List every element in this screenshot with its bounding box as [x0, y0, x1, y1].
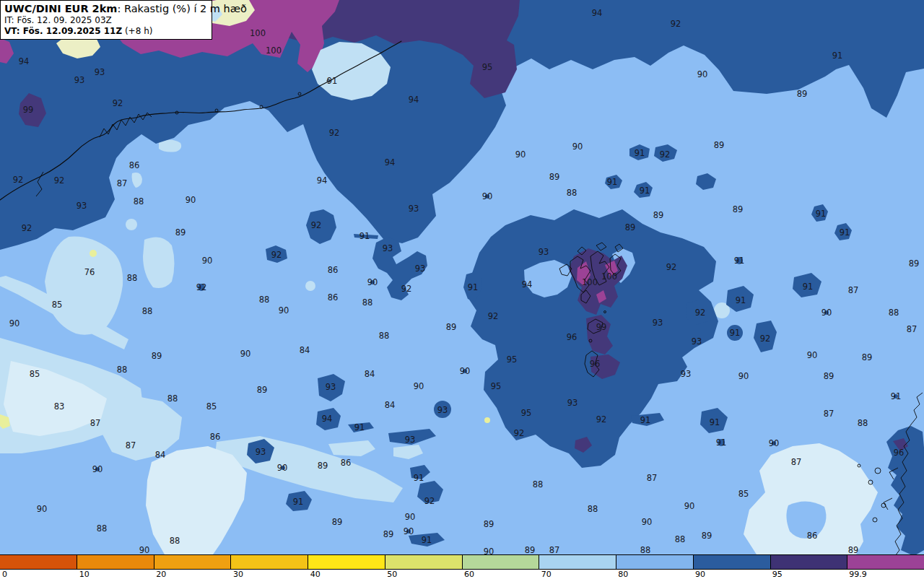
- humidity-value-label: 95: [521, 408, 532, 418]
- humidity-value-label: 92: [671, 19, 681, 29]
- humidity-value-label: 92: [113, 98, 123, 108]
- humidity-value-label: 86: [328, 292, 339, 302]
- colorbar-tick: 80: [618, 570, 628, 579]
- humidity-value-label: 91: [414, 473, 424, 483]
- humidity-value-label: 94: [322, 414, 333, 424]
- humidity-value-label: 90: [414, 381, 424, 391]
- humidity-value-label: 84: [385, 400, 396, 410]
- humidity-value-label: 90: [279, 305, 289, 315]
- humidity-value-label: 88: [134, 196, 144, 206]
- colorbar-segment-20-30: [154, 555, 232, 569]
- humidity-value-label: 93: [567, 398, 578, 408]
- humidity-value-label: 91: [293, 497, 304, 507]
- humidity-value-label: 96: [894, 448, 905, 458]
- humidity-value-label: 88: [142, 306, 153, 316]
- colorbar-tick: 40: [310, 570, 321, 579]
- humidity-value-label: 91: [716, 437, 727, 448]
- humidity-value-label: 94: [385, 157, 396, 167]
- humidity-value-label: 87: [791, 457, 802, 467]
- humidity-value-label: 86: [129, 160, 140, 170]
- humidity-value-label: 89: [446, 322, 457, 332]
- humidity-value-label: 89: [549, 172, 560, 182]
- humidity-value-label: 89: [824, 371, 834, 381]
- humidity-value-label: 96: [567, 332, 578, 342]
- colorbar-segment-30-40: [231, 555, 308, 569]
- humidity-value-label: 93: [692, 336, 702, 347]
- humidity-value-label: 89: [909, 258, 920, 269]
- humidity-value-label: 91: [607, 177, 618, 187]
- humidity-value-label: 90: [821, 308, 832, 318]
- humidity-value-label: 90: [277, 463, 288, 473]
- humidity-value-label: 87: [549, 545, 560, 555]
- humidity-value-label: 91: [734, 256, 745, 266]
- colorbar-segment-60-70: [463, 555, 540, 569]
- colorbar-segment-0-10: [0, 555, 77, 569]
- humidity-value-label: 91: [832, 51, 843, 61]
- humidity-value-label: 89: [525, 545, 536, 555]
- colorbar-tick: 0: [2, 570, 7, 579]
- colorbar-tick: 70: [541, 570, 552, 579]
- humidity-value-label: 90: [769, 438, 780, 448]
- humidity-value-label: 89: [848, 545, 859, 555]
- humidity-value-label: 90: [482, 191, 493, 201]
- humidity-value-label: 89: [257, 385, 268, 395]
- humidity-value-label: 86: [210, 432, 221, 442]
- colorbar-tick: 60: [464, 570, 474, 579]
- humidity-value-label: 89: [383, 529, 394, 539]
- humidity-value-label: 93: [405, 435, 416, 445]
- humidity-value-label: 88: [889, 308, 899, 318]
- humidity-value-label: 100: [250, 28, 266, 38]
- humidity-value-label: 85: [206, 401, 217, 412]
- colorbar-segment-50-60: [385, 555, 463, 569]
- humidity-value-label: 88: [858, 418, 868, 428]
- humidity-value-label: 91: [730, 328, 741, 338]
- humidity-value-label: 93: [409, 204, 419, 214]
- humidity-value-label: 87: [824, 409, 834, 419]
- humidity-value-label: 91: [354, 422, 365, 432]
- humidity-value-label: 89: [862, 352, 873, 362]
- humidity-value-label: 91: [327, 76, 338, 86]
- valid-time: VT: Fös. 12.09.2025 11Z (+8 h): [4, 26, 207, 37]
- humidity-value-label: 85: [52, 300, 63, 310]
- colorbar-segment-95-99.9: [771, 555, 848, 569]
- humidity-value-label: 89: [484, 519, 494, 529]
- map-title: UWC/DINI EUR 2km: Rakastig (%) í 2 m hæð: [4, 2, 207, 15]
- humidity-value-label: 93: [539, 247, 549, 257]
- humidity-value-label: 90: [807, 350, 818, 360]
- humidity-value-label: 94: [592, 8, 603, 18]
- humidity-value-label: 90: [37, 504, 48, 514]
- humidity-value-label: 92: [271, 250, 282, 260]
- humidity-value-label: 88: [259, 295, 270, 305]
- humidity-value-label: 89: [152, 351, 162, 361]
- humidity-value-label: 99: [596, 322, 607, 332]
- colorbar-segment-99.9-100: [847, 555, 924, 569]
- colorbar-tick: 10: [79, 570, 90, 579]
- colorbar-tick: 50: [387, 570, 397, 579]
- humidity-map: 9492100100959190949393929991948992909094…: [0, 0, 924, 554]
- humidity-value-label: 90: [515, 149, 526, 160]
- humidity-value-label: 86: [328, 265, 339, 275]
- humidity-value-label: 91: [840, 227, 850, 238]
- humidity-value-label: 100: [582, 277, 598, 287]
- model-name: UWC/DINI EUR 2km: [4, 3, 117, 14]
- humidity-value-label: 92: [13, 175, 24, 185]
- humidity-value-label: 84: [155, 450, 166, 460]
- humidity-value-label: 90: [642, 517, 653, 527]
- humidity-value-label: 76: [84, 267, 95, 277]
- colorbar-tick: 99.9: [849, 570, 867, 579]
- humidity-value-label: 92: [329, 128, 340, 138]
- humidity-field-svg: 9492100100959190949393929991948992909094…: [0, 0, 924, 554]
- humidity-value-label: 89: [702, 531, 712, 541]
- humidity-value-label: 87: [848, 285, 859, 295]
- humidity-value-label: 90: [738, 371, 749, 381]
- humidity-value-label: 91: [803, 282, 814, 292]
- humidity-value-label: 88: [170, 536, 180, 546]
- humidity-value-label: 93: [95, 67, 105, 77]
- humidity-value-label: 88: [675, 534, 686, 544]
- humidity-value-label: 90: [460, 366, 471, 376]
- valid-time-offset: (+8 h): [122, 26, 152, 36]
- humidity-value-label: 85: [30, 369, 40, 379]
- humidity-value-label: 84: [300, 345, 310, 355]
- humidity-value-label: 88: [167, 393, 178, 404]
- humidity-value-label: 94: [522, 279, 533, 290]
